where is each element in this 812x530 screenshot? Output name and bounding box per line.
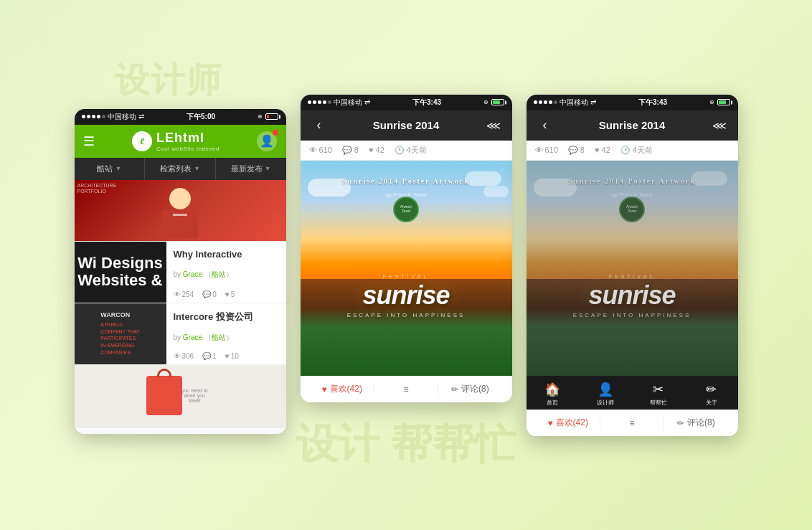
comment-button[interactable]: ✏ 评论(8) (664, 417, 727, 429)
item-author: by Grace （酷站） (174, 270, 279, 280)
cloud-shape (483, 186, 509, 197)
lehtml-logo: ℓ LEhtml Cool webSite Indexed (132, 131, 219, 152)
view-count: 👁 610 (535, 146, 558, 154)
carrier-label: 中国移动 (560, 98, 588, 108)
user-avatar-icon[interactable]: 👤 (257, 131, 277, 151)
item-stats: 👁 306 💬 1 ♥ 10 (174, 352, 279, 360)
phone3-poster-image: Sunrise 2014 Poster Artwork by French To… (527, 161, 738, 376)
like-label: 喜欢(42) (330, 383, 362, 395)
phone-3: 中国移动 ⇌ 下午3:43 ⊕ ‹ Sunrise 2014 ⋘ 👁 610 💬… (527, 95, 738, 436)
heart-icon: ♥ (321, 384, 326, 394)
list-item[interactable]: ARCHITECTUREPORTFOLIO Alexander by Zoey … (75, 180, 286, 242)
poster-main-text: festival sunrise escape into happiness (347, 274, 466, 318)
sunrise-poster-greyed: Sunrise 2014 Poster Artwork by French To… (527, 161, 738, 376)
nav-home[interactable]: 🏠 首页 (527, 382, 580, 407)
wifi-icon: ⇌ (138, 113, 144, 120)
phone3-action-bar: ♥ 喜欢(42) ≡ ✏ 评论(8) (527, 410, 738, 436)
nav-item-cool-sites[interactable]: 酷站 ▼ (75, 158, 146, 180)
wifi-icon: ⇌ (590, 98, 596, 106)
item-title: Intercore 投资公司 (174, 311, 279, 323)
person-icon: 👤 (598, 382, 613, 397)
share-button[interactable]: ⋘ (485, 120, 502, 131)
comment-label: 评论(8) (687, 417, 715, 429)
phone-1: 中国移动 ⇌ 下午5:00 ⊕ ☰ ℓ LEhtml Cool webSite … (75, 109, 286, 434)
item-content: Intercore 投资公司 by Grace （酷站） 👁 306 💬 1 ♥… (166, 303, 286, 364)
phones-container: 中国移动 ⇌ 下午5:00 ⊕ ☰ ℓ LEhtml Cool webSite … (75, 109, 738, 436)
comment-stat: 💬 0 (202, 290, 217, 298)
pencil-icon: ✏ (706, 382, 717, 397)
poster-title: Sunrise 2014 Poster Artwork by French To… (342, 174, 469, 199)
comment-button[interactable]: ✏ 评论(8) (438, 383, 501, 395)
nav-designer[interactable]: 👤 设计师 (579, 382, 632, 407)
item-stats: 👁 254 💬 0 ♥ 5 (174, 290, 279, 298)
hamburger-menu-icon[interactable]: ☰ (83, 133, 95, 149)
face-shape (169, 188, 191, 209)
page-title: Sunrise 2014 (373, 119, 440, 131)
nav-home-label: 首页 (547, 399, 558, 407)
item-author: by Grace （酷站） (174, 333, 279, 343)
list-item[interactable]: Wi DesignsWebsites & Why Interactive by … (75, 242, 286, 303)
comment-count: 💬 8 (568, 146, 585, 155)
poster-title: Sunrise 2014 Poster Artwork by French To… (568, 174, 695, 199)
carrier-label: 中国移动 (108, 112, 136, 122)
phone3-stats-row: 👁 610 💬 8 ♥ 42 🕐 4天前 (527, 141, 738, 161)
nav-help[interactable]: ✂ 帮帮忙 (632, 382, 685, 407)
thumb-content: Wi DesignsWebsites & (77, 255, 162, 289)
brand-tagline: Cool webSite Indexed (156, 146, 219, 152)
time-ago: 🕐 4天前 (395, 145, 427, 156)
time-ago: 🕐 4天前 (620, 145, 653, 156)
menu-button[interactable]: ≡ (374, 384, 438, 394)
phone1-status-bar: 中国移动 ⇌ 下午5:00 ⊕ (75, 109, 286, 125)
phone-2: 中国移动 ⇌ 下午3:43 ⊕ ‹ Sunrise 2014 ⋘ 👁 610 💬… (301, 95, 512, 402)
thumb-content: WARCON A PUBLICCOMPANY THATPARTICIPATESI… (100, 311, 139, 356)
logo-icon: ℓ (132, 131, 152, 151)
phone3-detail-header: ‹ Sunrise 2014 ⋘ (527, 110, 738, 141)
battery-fill (267, 115, 269, 118)
poster-main-text: festival sunrise escape into happiness (573, 274, 691, 318)
menu-button[interactable]: ≡ (600, 418, 664, 428)
item-thumbnail: WARCON A PUBLICCOMPANY THATPARTICIPATESI… (75, 303, 166, 364)
phone3-bottom-nav: 🏠 首页 👤 设计师 ✂ 帮帮忙 ✏ 关于 (527, 376, 738, 410)
item-thumbnail: Wi DesignsWebsites & (75, 242, 166, 303)
festival-label: festival (347, 274, 466, 279)
battery-icon (265, 113, 278, 120)
like-button[interactable]: ♥ 喜欢(42) (311, 383, 374, 395)
badge-text: FrenchToast (400, 205, 412, 213)
battery-fill (719, 100, 726, 104)
bag-handle (157, 369, 171, 377)
phone2-detail-header: ‹ Sunrise 2014 ⋘ (301, 110, 512, 141)
comment-stat: 💬 1 (202, 352, 217, 360)
like-count: ♥ 42 (595, 146, 610, 154)
chevron-down-icon: ▼ (265, 165, 271, 172)
phone2-poster-image: Sunrise 2014 Poster Artwork by French To… (301, 161, 512, 376)
item-thumbnail: you need to when you travel (75, 365, 286, 426)
list-item[interactable]: you need to when you travel PICPAC官网 by … (75, 365, 286, 427)
signal-dot (92, 115, 95, 118)
nav-item-index-list[interactable]: 检索列表 ▼ (145, 158, 216, 180)
like-button[interactable]: ♥ 喜欢(42) (537, 417, 600, 429)
nav-help-label: 帮帮忙 (650, 399, 667, 407)
like-stat: ♥ 5 (225, 290, 235, 298)
festival-label: festival (573, 274, 691, 279)
badge-text: FrenchToast (626, 205, 638, 213)
menu-icon: ≡ (403, 384, 408, 394)
back-button[interactable]: ‹ (537, 118, 554, 133)
chevron-down-icon: ▼ (194, 165, 200, 172)
nav-about[interactable]: ✏ 关于 (685, 382, 738, 407)
phone2-status-bar: 中国移动 ⇌ 下午3:43 ⊕ (301, 95, 512, 110)
phone3-time: 下午3:43 (638, 98, 667, 108)
author-tag: 酷站 (212, 333, 226, 341)
author-tag: 酷站 (212, 270, 226, 278)
phone1-bottom-bar (75, 427, 286, 434)
list-item[interactable]: WARCON A PUBLICCOMPANY THATPARTICIPATESI… (75, 303, 286, 365)
battery-icon (491, 99, 504, 105)
phone2-time: 下午3:43 (412, 98, 441, 108)
battery-icon (717, 99, 730, 105)
like-label: 喜欢(42) (556, 417, 588, 429)
share-button[interactable]: ⋘ (711, 120, 728, 131)
charging-icon: ⊕ (709, 99, 714, 105)
back-button[interactable]: ‹ (311, 118, 328, 133)
chevron-down-icon: ▼ (115, 165, 121, 172)
nav-item-latest[interactable]: 最新发布 ▼ (216, 158, 286, 180)
brand-name: LEhtml (156, 131, 204, 145)
